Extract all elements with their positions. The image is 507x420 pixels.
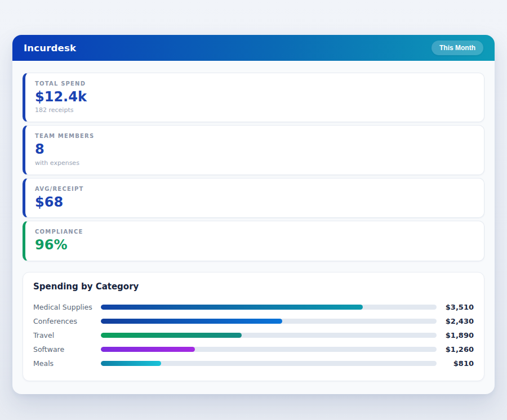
dashboard-content: TOTAL SPEND $12.4k 182 receipts TEAM MEM… xyxy=(12,61,495,394)
category-row-conferences: Conferences $2,430 xyxy=(33,314,474,328)
category-row-software: Software $1,260 xyxy=(33,342,474,356)
stat-card-compliance: COMPLIANCE 96% xyxy=(23,221,484,261)
category-bar-fill xyxy=(101,333,242,338)
stat-value: 8 xyxy=(35,142,474,157)
category-bar-fill xyxy=(101,305,363,310)
period-badge[interactable]: This Month xyxy=(432,41,483,55)
category-value: $2,430 xyxy=(437,317,474,325)
category-bar-track xyxy=(101,361,437,366)
category-bar-track xyxy=(101,319,437,324)
stat-label: TOTAL SPEND xyxy=(35,81,474,87)
category-label: Conferences xyxy=(33,317,101,325)
dashboard-container: Incurdesk This Month TOTAL SPEND $12.4k … xyxy=(12,35,495,394)
stat-card-team-members: TEAM MEMBERS 8 with expenses xyxy=(23,125,484,175)
category-value: $1,890 xyxy=(437,331,474,339)
category-bar-track xyxy=(101,347,437,352)
category-label: Software xyxy=(33,345,101,354)
stat-value: $68 xyxy=(35,195,474,209)
category-value: $3,510 xyxy=(437,303,474,311)
category-row-travel: Travel $1,890 xyxy=(33,328,474,342)
app-header: Incurdesk This Month xyxy=(12,35,495,61)
category-label: Meals xyxy=(33,359,101,368)
stat-card-total-spend: TOTAL SPEND $12.4k 182 receipts xyxy=(23,73,484,122)
category-row-meals: Meals $810 xyxy=(33,356,474,370)
stat-value: $12.4k xyxy=(35,90,474,104)
category-label: Travel xyxy=(33,331,101,339)
stat-value: 96% xyxy=(35,238,474,252)
category-label: Medical Supplies xyxy=(33,303,101,311)
stat-subtext: 182 receipts xyxy=(35,106,474,114)
category-value: $810 xyxy=(437,359,474,368)
category-bar-fill xyxy=(101,361,161,366)
category-bar-track xyxy=(101,305,437,310)
category-bar-fill xyxy=(101,347,195,352)
spending-by-category-card: Spending by Category Medical Supplies $3… xyxy=(23,272,484,381)
category-bar-fill xyxy=(101,319,282,324)
category-bar-track xyxy=(101,333,437,338)
category-row-medical-supplies: Medical Supplies $3,510 xyxy=(33,300,474,314)
stat-card-avg-receipt: AVG/RECEIPT $68 xyxy=(23,178,484,218)
stat-label: TEAM MEMBERS xyxy=(35,133,474,139)
stat-label: COMPLIANCE xyxy=(35,229,474,235)
category-card-title: Spending by Category xyxy=(33,282,474,292)
stat-subtext: with expenses xyxy=(35,159,474,167)
category-value: $1,260 xyxy=(437,345,474,354)
stat-label: AVG/RECEIPT xyxy=(35,186,474,192)
app-title: Incurdesk xyxy=(24,43,76,53)
